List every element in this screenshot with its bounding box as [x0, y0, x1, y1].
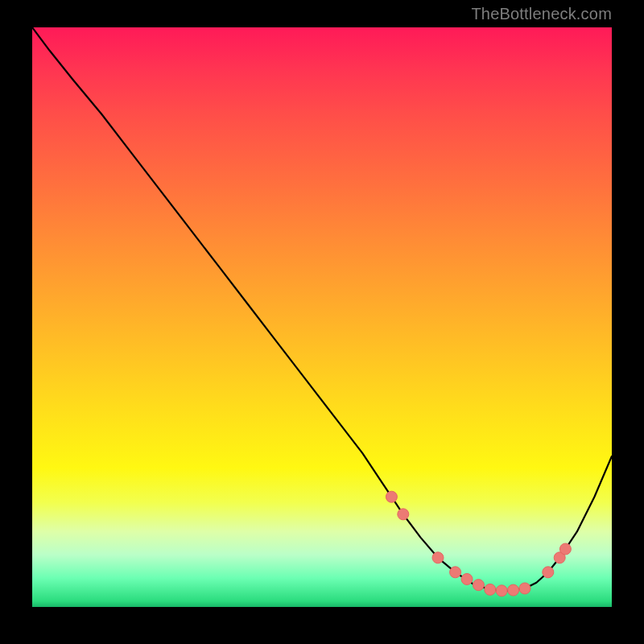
- marker-point: [473, 580, 484, 591]
- plot-area: [32, 27, 612, 607]
- marker-point: [543, 567, 554, 578]
- chart-frame: TheBottleneck.com: [0, 0, 644, 644]
- marker-point: [450, 567, 461, 578]
- marker-point: [496, 585, 507, 597]
- watermark-text: TheBottleneck.com: [471, 5, 612, 23]
- marker-point: [559, 543, 571, 555]
- marker-group: [386, 491, 571, 597]
- marker-point: [432, 552, 444, 564]
- marker-point: [508, 584, 519, 596]
- marker-point: [398, 509, 409, 520]
- curve-layer: [32, 27, 612, 607]
- bottleneck-curve: [32, 27, 612, 591]
- marker-point: [485, 584, 496, 595]
- marker-point: [386, 491, 397, 502]
- marker-point: [461, 573, 473, 584]
- marker-point: [519, 583, 530, 594]
